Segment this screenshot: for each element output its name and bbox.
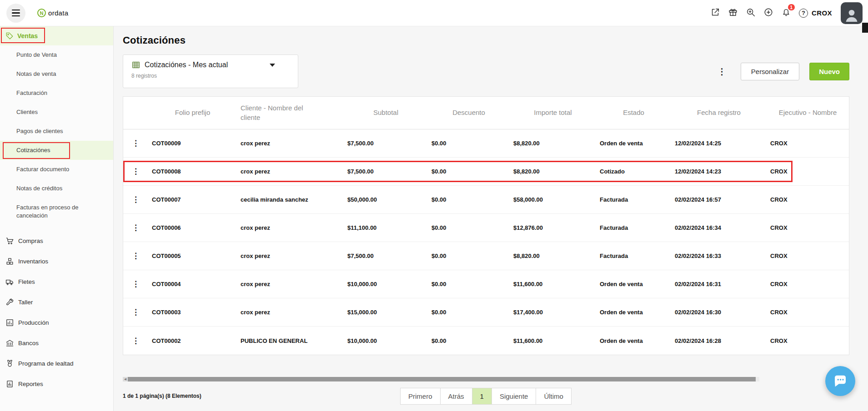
table-row[interactable]: ⋮COT00007cecilia miranda sanchez$50,000.… xyxy=(123,186,849,214)
sidebar-item-taller[interactable]: Taller xyxy=(0,292,113,312)
sidebar-item-label: Facturas en proceso de cancelación xyxy=(16,204,79,219)
zoom-search-icon xyxy=(746,7,756,17)
scroll-left-arrow-icon[interactable]: ◀ xyxy=(123,377,128,381)
row-menu-button[interactable]: ⋮ xyxy=(128,139,143,148)
cell-estado: Facturada xyxy=(596,253,671,259)
row-menu-button[interactable]: ⋮ xyxy=(128,167,143,176)
sidebar-item-label: Compras xyxy=(18,238,43,244)
nuevo-button[interactable]: Nuevo xyxy=(809,63,849,80)
sidebar-item-partial[interactable] xyxy=(0,408,113,411)
row-menu-button[interactable]: ⋮ xyxy=(128,223,143,233)
sidebar-item-bancos[interactable]: Bancos xyxy=(0,333,113,353)
chat-icon xyxy=(832,373,848,389)
column-header-descuento[interactable]: Descuento xyxy=(428,108,510,117)
cell-folio: COT00002 xyxy=(148,337,237,344)
report-icon xyxy=(5,380,14,388)
sidebar-item-fletes[interactable]: Fletes xyxy=(0,272,113,292)
cell-descuento: $0.00 xyxy=(428,168,510,175)
table-row[interactable]: ⋮COT00009crox perez$7,500.00$0.00$8,820.… xyxy=(123,129,849,158)
sidebar-item-facturar-documento[interactable]: Facturar documento xyxy=(0,160,113,179)
column-header-cliente[interactable]: Cliente - Nombre del cliente xyxy=(237,104,344,122)
sidebar-item-facturas-en-proceso-de-cancelacion[interactable]: Facturas en proceso de cancelación xyxy=(0,198,113,225)
cell-estado: Facturada xyxy=(596,224,671,231)
sidebar-item-facturacion[interactable]: Facturación xyxy=(0,84,113,103)
sidebar-item-clientes[interactable]: Clientes xyxy=(0,103,113,122)
row-menu-button[interactable]: ⋮ xyxy=(128,251,143,261)
table-row[interactable]: ⋮COT00008crox perez$7,500.00$0.00$8,820.… xyxy=(123,158,849,186)
topbar: N ordata 1 ? CROX xyxy=(0,0,868,26)
sidebar-item-label: Facturar documento xyxy=(16,166,69,173)
table-row[interactable]: ⋮COT00002PUBLICO EN GENERAL$10,000.00$0.… xyxy=(123,327,849,355)
table-row[interactable]: ⋮COT00003crox perez$15,000.00$0.00$17,40… xyxy=(123,298,849,327)
cell-folio: COT00006 xyxy=(148,224,237,231)
cell-importe: $8,820.00 xyxy=(510,140,596,147)
cell-subtotal: $11,100.00 xyxy=(344,224,428,231)
column-header-estado[interactable]: Estado xyxy=(596,108,671,117)
horizontal-scrollbar-thumb[interactable] xyxy=(128,377,756,381)
personalizar-button[interactable]: Personalizar xyxy=(741,63,799,80)
sidebar-item-reportes[interactable]: Reportes xyxy=(0,374,113,394)
sidebar-item-label: Facturación xyxy=(16,89,47,96)
table-row[interactable]: ⋮COT00004crox perez$10,000.00$0.00$11,60… xyxy=(123,270,849,298)
cell-subtotal: $50,000.00 xyxy=(344,196,428,203)
view-selector[interactable]: Cotizaciónes - Mes actual 8 registros xyxy=(123,54,298,88)
help-button[interactable]: ? xyxy=(799,9,808,18)
sidebar-item-label: Taller xyxy=(18,299,33,306)
page-button-1[interactable]: 1 xyxy=(472,388,492,405)
sidebar-item-label: Inventarios xyxy=(18,258,48,265)
cell-ejecutivo: CROX xyxy=(767,140,849,147)
gift-icon xyxy=(728,7,738,17)
table-row[interactable]: ⋮COT00006crox perez$11,100.00$0.00$12,87… xyxy=(123,214,849,242)
chat-button[interactable] xyxy=(825,366,855,396)
row-menu-button[interactable]: ⋮ xyxy=(128,307,143,317)
table-options-button[interactable]: ⋮ xyxy=(713,63,731,80)
sidebar-item-cotizaciones[interactable]: Cotizaciónes xyxy=(0,141,113,160)
sidebar-item-produccion[interactable]: Producción xyxy=(0,312,113,333)
horizontal-scrollbar[interactable]: ◀ xyxy=(123,377,759,381)
cell-ejecutivo: CROX xyxy=(767,309,849,316)
row-menu-button[interactable]: ⋮ xyxy=(128,195,143,204)
cell-subtotal: $10,000.00 xyxy=(344,337,428,344)
cell-folio: COT00003 xyxy=(148,309,237,316)
cell-fecha: 02/02/2024 16:33 xyxy=(671,253,767,259)
cell-ejecutivo: CROX xyxy=(767,337,849,344)
page-button-atras[interactable]: Atrás xyxy=(440,388,472,405)
add-circle-button[interactable] xyxy=(763,7,773,19)
sidebar-item-ventas[interactable]: Ventas xyxy=(0,26,113,45)
row-menu-button[interactable]: ⋮ xyxy=(128,279,143,289)
quotes-table: Folio prefijoCliente - Nombre del client… xyxy=(123,96,849,355)
sidebar-item-programa-de-lealtad[interactable]: Programa de lealtad xyxy=(0,353,113,374)
cell-cliente: crox perez xyxy=(237,224,344,231)
row-menu-button[interactable]: ⋮ xyxy=(128,336,143,346)
record-count: 8 registros xyxy=(131,73,291,79)
page-button-siguiente[interactable]: Siguiente xyxy=(492,388,537,405)
sidebar-item-inventarios[interactable]: Inventarios xyxy=(0,251,113,272)
gift-button[interactable] xyxy=(728,7,738,19)
cell-estado: Orden de venta xyxy=(596,140,671,147)
sidebar: VentasPunto de VentaNotas de ventaFactur… xyxy=(0,26,114,411)
sidebar-item-notas-de-venta[interactable]: Notas de venta xyxy=(0,64,113,84)
page-button-primero[interactable]: Primero xyxy=(400,388,441,405)
cell-importe: $12,876.00 xyxy=(510,224,596,231)
brand-logo[interactable]: N ordata xyxy=(37,9,68,17)
bell-button[interactable]: 1 xyxy=(781,7,791,19)
column-header-importe[interactable]: Importe total xyxy=(510,108,596,117)
column-header-folio[interactable]: Folio prefijo xyxy=(148,108,237,117)
column-header-ejecutivo[interactable]: Ejecutivo - Nombre xyxy=(767,108,849,117)
sidebar-item-label: Fletes xyxy=(18,278,35,285)
column-header-fecha[interactable]: Fecha registro xyxy=(671,108,767,117)
external-link-button[interactable] xyxy=(710,7,720,19)
sidebar-item-pagos-de-clientes[interactable]: Pagos de clientes xyxy=(0,122,113,141)
zoom-search-button[interactable] xyxy=(746,7,756,19)
page-button-ultimo[interactable]: Último xyxy=(536,388,572,405)
cell-fecha: 02/02/2024 16:34 xyxy=(671,224,767,231)
sidebar-item-compras[interactable]: Compras xyxy=(0,231,113,251)
sidebar-item-punto-de-venta[interactable]: Punto de Venta xyxy=(0,45,113,64)
avatar[interactable] xyxy=(841,2,863,24)
cell-fecha: 12/02/2024 14:23 xyxy=(671,168,767,175)
table-row[interactable]: ⋮COT00005crox perez$7,500.00$0.00$8,820.… xyxy=(123,242,849,270)
menu-button[interactable] xyxy=(6,4,25,23)
sidebar-item-notas-de-creditos[interactable]: Notas de créditos xyxy=(0,179,113,198)
vertical-scrollbar-thumb[interactable] xyxy=(862,23,868,33)
column-header-subtotal[interactable]: Subtotal xyxy=(344,108,428,117)
